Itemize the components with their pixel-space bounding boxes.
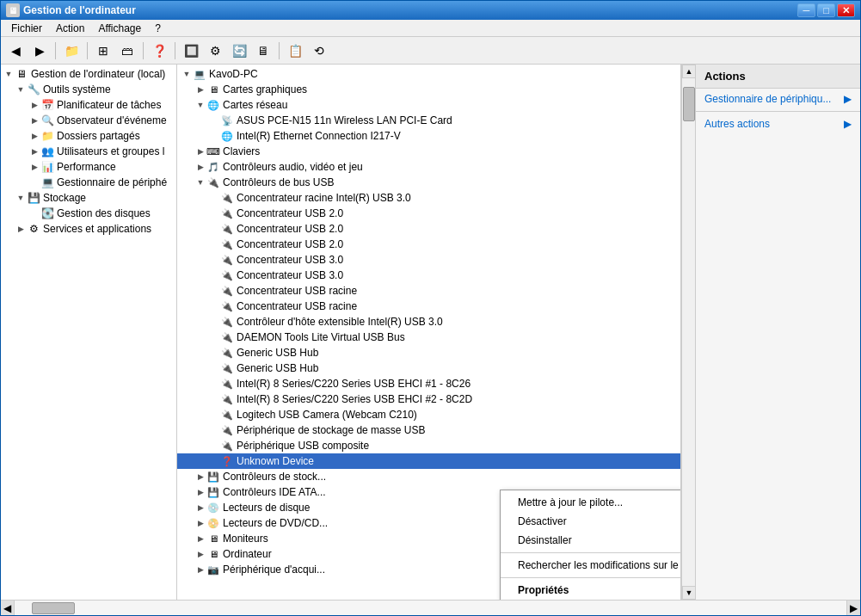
tree-item-perf[interactable]: ▶ 📊 Performance	[1, 159, 176, 175]
settings-button[interactable]: ⚙	[204, 40, 226, 62]
tree-item-stockage[interactable]: ▼ 💾 Stockage	[1, 190, 176, 206]
h-scroll-right-btn[interactable]: ▶	[846, 601, 860, 615]
expand-moniteurs[interactable]: ▶	[194, 533, 206, 545]
tree-item-outils[interactable]: ▼ 🔧 Outils système	[1, 82, 176, 97]
dev-usb-composite[interactable]: 🔌 Périphérique USB composite	[177, 438, 680, 453]
ctx-properties[interactable]: Propriétés	[501, 581, 681, 600]
expand-root[interactable]: ▼	[3, 68, 15, 80]
properties-button[interactable]: 🗃	[116, 40, 138, 62]
expand-audio[interactable]: ▶	[194, 161, 206, 173]
expand-kavod[interactable]: ▼	[181, 68, 193, 80]
menu-affichage[interactable]: Affichage	[91, 21, 148, 36]
dev-intel-ehci-1[interactable]: 🔌 Intel(R) 8 Series/C220 Series USB EHCI…	[177, 376, 680, 391]
expand-perf[interactable]: ▶	[28, 161, 40, 173]
expand-planif[interactable]: ▶	[28, 99, 40, 111]
dev-cartes-graph[interactable]: ▶ 🖥 Cartes graphiques	[177, 82, 680, 97]
dev-ctrl-hote-intel[interactable]: 🔌 Contrôleur d'hôte extensible Intel(R) …	[177, 314, 680, 330]
dev-asus-wifi[interactable]: 📡 ASUS PCE-N15 11n Wireless LAN PCI-E Ca…	[177, 113, 680, 128]
expand-stockage[interactable]: ▼	[15, 192, 27, 204]
reload-button[interactable]: ⟲	[308, 40, 330, 62]
tree-item-root[interactable]: ▼ 🖥 Gestion de l'ordinateur (local)	[1, 66, 176, 82]
tree-item-users[interactable]: ▶ 👥 Utilisateurs et groupes l	[1, 144, 176, 159]
dev-usb-ctrl[interactable]: ▼ 🔌 Contrôleurs de bus USB	[177, 175, 680, 190]
tree-item-gestperi[interactable]: 💻 Gestionnaire de périphé	[1, 175, 176, 190]
ctx-scan-hardware[interactable]: Rechercher les modifications sur le maté…	[501, 556, 681, 575]
icon-daemon: 🔌	[220, 330, 234, 344]
icon-conc-usb-racine-1: 🔌	[220, 284, 234, 298]
dev-generic-hub-1[interactable]: 🔌 Generic USB Hub	[177, 345, 680, 360]
toolbar: ◀ ▶ 📁 ⊞ 🗃 ❓ 🔲 ⚙ 🔄 🖥 📋 ⟲	[1, 37, 860, 65]
expand-cartes-graph[interactable]: ▶	[194, 83, 206, 95]
ctx-update-driver[interactable]: Mettre à jour le pilote...	[501, 493, 681, 512]
actions-item-gestionnaire[interactable]: Gestionnaire de périphiqu... ▶	[696, 89, 860, 109]
expand-dossiers[interactable]: ▶	[28, 130, 40, 142]
actions-item-autres[interactable]: Autres actions ▶	[696, 114, 860, 134]
h-scroll-left-btn[interactable]: ◀	[1, 601, 15, 615]
refresh-button[interactable]: 🔄	[228, 40, 250, 62]
scroll-thumb[interactable]	[683, 87, 695, 121]
expand-ctrl-stock[interactable]: ▶	[194, 471, 206, 483]
dev-generic-hub-2[interactable]: 🔌 Generic USB Hub	[177, 360, 680, 376]
dev-ctrl-stock[interactable]: ▶ 💾 Contrôleurs de stock...	[177, 469, 680, 484]
dev-conc-usb30-1[interactable]: 🔌 Concentrateur USB 3.0	[177, 252, 680, 268]
dev-kavod-pc[interactable]: ▼ 💻 KavoD-PC	[177, 66, 680, 82]
ctx-disable[interactable]: Désactiver	[501, 512, 681, 531]
expand-lecteurs-disque[interactable]: ▶	[194, 502, 206, 514]
expand-ordinateur[interactable]: ▶	[194, 548, 206, 560]
scroll-up-button[interactable]: ▲	[682, 65, 696, 78]
tree-item-observ[interactable]: ▶ 🔍 Observateur d'événeme	[1, 113, 176, 128]
dev-conc-usb-racine-1[interactable]: 🔌 Concentrateur USB racine	[177, 283, 680, 299]
label-root: Gestion de l'ordinateur (local)	[31, 68, 165, 80]
computer-button[interactable]: 🖥	[252, 40, 274, 62]
maximize-button[interactable]: □	[817, 3, 835, 17]
dev-audio[interactable]: ▶ 🎵 Contrôleurs audio, vidéo et jeu	[177, 159, 680, 175]
forward-button[interactable]: ▶	[28, 40, 51, 62]
menu-help[interactable]: ?	[148, 21, 168, 36]
menu-action[interactable]: Action	[49, 21, 91, 36]
show-hide-button[interactable]: ⊞	[92, 40, 114, 62]
expand-lecteurs-dvd[interactable]: ▶	[194, 517, 206, 529]
tree-item-planif[interactable]: ▶ 📅 Planificateur de tâches	[1, 97, 176, 113]
expand-outils[interactable]: ▼	[15, 83, 27, 95]
expand-users[interactable]: ▶	[28, 145, 40, 157]
dev-stockage-masse[interactable]: 🔌 Périphérique de stockage de masse USB	[177, 422, 680, 438]
tree-item-services[interactable]: ▶ ⚙ Services et applications	[1, 221, 176, 237]
help-button[interactable]: ❓	[148, 40, 170, 62]
up-button[interactable]: 📁	[60, 40, 83, 62]
dev-conc-usb20-2[interactable]: 🔌 Concentrateur USB 2.0	[177, 221, 680, 237]
expand-cartes-reseau[interactable]: ▼	[194, 99, 206, 111]
tree-item-disques[interactable]: 💽 Gestion des disques	[1, 206, 176, 221]
h-scroll-thumb[interactable]	[32, 602, 75, 614]
tree-item-dossiers[interactable]: ▶ 📁 Dossiers partagés	[1, 128, 176, 144]
dev-conc-usb-racine-2[interactable]: 🔌 Concentrateur USB racine	[177, 299, 680, 314]
h-scroll-track[interactable]	[15, 601, 846, 615]
dev-cartes-reseau[interactable]: ▼ 🌐 Cartes réseau	[177, 97, 680, 113]
export-button[interactable]: 📋	[284, 40, 306, 62]
minimize-button[interactable]: ─	[797, 3, 815, 17]
back-button[interactable]: ◀	[4, 40, 27, 62]
icon-peri-acqui: 📷	[206, 563, 220, 576]
dev-conc-usb30-2[interactable]: 🔌 Concentrateur USB 3.0	[177, 268, 680, 283]
dev-daemon[interactable]: 🔌 DAEMON Tools Lite Virtual USB Bus	[177, 330, 680, 345]
ctx-uninstall[interactable]: Désinstaller	[501, 531, 681, 550]
menu-fichier[interactable]: Fichier	[4, 21, 49, 36]
toolbar-separator-2	[87, 42, 88, 59]
dev-concentrateur-racine-intel[interactable]: 🔌 Concentrateur racine Intel(R) USB 3.0	[177, 190, 680, 206]
expand-claviers[interactable]: ▶	[194, 145, 206, 157]
dev-unknown-device[interactable]: ❓ Unknown Device	[177, 453, 680, 469]
expand-observ[interactable]: ▶	[28, 114, 40, 126]
dev-intel-ehci-2[interactable]: 🔌 Intel(R) 8 Series/C220 Series USB EHCI…	[177, 391, 680, 407]
center-scrollbar[interactable]: ▲ ▼	[681, 65, 695, 600]
dev-claviers[interactable]: ▶ ⌨ Claviers	[177, 144, 680, 159]
expand-services[interactable]: ▶	[15, 223, 27, 235]
expand-ctrl-ide[interactable]: ▶	[194, 486, 206, 498]
dev-conc-usb20-3[interactable]: 🔌 Concentrateur USB 2.0	[177, 237, 680, 252]
expand-peri-acqui[interactable]: ▶	[194, 564, 206, 576]
dev-conc-usb20-1[interactable]: 🔌 Concentrateur USB 2.0	[177, 206, 680, 221]
dev-logitech-cam[interactable]: 🔌 Logitech USB Camera (Webcam C210)	[177, 407, 680, 422]
scroll-down-button[interactable]: ▼	[682, 586, 696, 600]
dev-intel-eth[interactable]: 🌐 Intel(R) Ethernet Connection I217-V	[177, 128, 680, 144]
scan-button[interactable]: 🔲	[180, 40, 202, 62]
close-button[interactable]: ✕	[837, 3, 855, 17]
expand-usb-ctrl[interactable]: ▼	[194, 176, 206, 188]
